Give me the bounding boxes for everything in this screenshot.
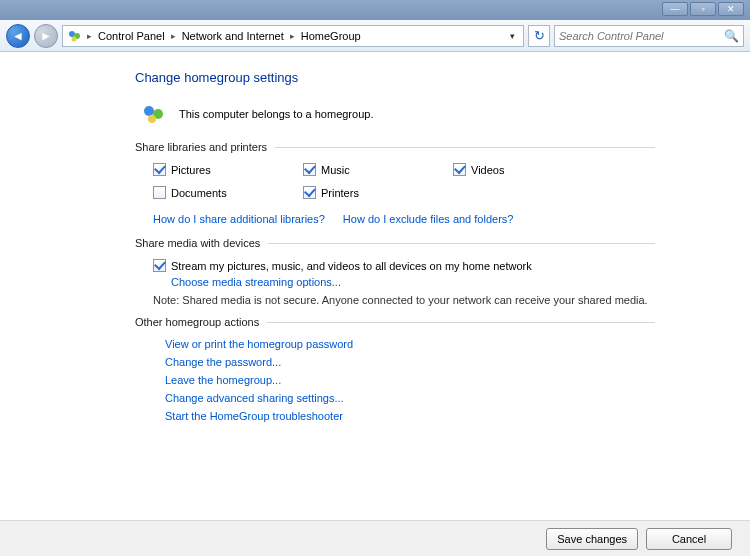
link-advanced-sharing[interactable]: Change advanced sharing settings...	[165, 392, 655, 404]
homegroup-icon	[67, 28, 83, 44]
checkbox-music[interactable]	[303, 163, 316, 176]
breadcrumb-homegroup[interactable]: HomeGroup	[299, 28, 363, 44]
section-label: Share media with devices	[135, 237, 260, 249]
section-share-media: Share media with devices	[135, 237, 655, 249]
homegroup-action-list: View or print the homegroup password Cha…	[165, 338, 655, 422]
save-button[interactable]: Save changes	[546, 528, 638, 550]
section-label: Share libraries and printers	[135, 141, 267, 153]
checkbox-documents[interactable]	[153, 186, 166, 199]
navbar: ◄ ► ▸ Control Panel ▸ Network and Intern…	[0, 20, 750, 52]
breadcrumb-network-internet[interactable]: Network and Internet	[180, 28, 286, 44]
svg-point-5	[148, 115, 156, 123]
refresh-icon: ↻	[534, 28, 545, 43]
minimize-button[interactable]: —	[662, 2, 688, 16]
link-leave-homegroup[interactable]: Leave the homegroup...	[165, 374, 655, 386]
chevron-right-icon: ▸	[288, 31, 297, 41]
refresh-button[interactable]: ↻	[528, 25, 550, 47]
link-media-streaming-options[interactable]: Choose media streaming options...	[171, 276, 341, 288]
checkbox-videos[interactable]	[453, 163, 466, 176]
svg-point-2	[72, 36, 77, 41]
nav-back-button[interactable]: ◄	[6, 24, 30, 48]
chevron-right-icon: ▸	[85, 31, 94, 41]
search-input[interactable]	[559, 30, 724, 42]
divider	[267, 322, 655, 323]
checkbox-label: Pictures	[171, 164, 211, 176]
section-other-actions: Other homegroup actions	[135, 316, 655, 328]
breadcrumb[interactable]: ▸ Control Panel ▸ Network and Internet ▸…	[62, 25, 524, 47]
checkbox-label: Documents	[171, 187, 227, 199]
link-view-password[interactable]: View or print the homegroup password	[165, 338, 655, 350]
link-share-additional-libraries[interactable]: How do I share additional libraries?	[153, 213, 325, 225]
chevron-right-icon: ▸	[169, 31, 178, 41]
divider	[268, 243, 655, 244]
share-checkbox-grid: Pictures Music Videos Documents Printers	[153, 163, 655, 199]
arrow-left-icon: ◄	[12, 29, 24, 43]
content-area: Change homegroup settings This computer …	[0, 52, 750, 520]
svg-point-3	[144, 106, 154, 116]
stream-note: Note: Shared media is not secure. Anyone…	[153, 294, 655, 306]
button-bar: Save changes Cancel	[0, 520, 750, 556]
homegroup-status-icon	[141, 103, 169, 125]
checkbox-printers[interactable]	[303, 186, 316, 199]
checkbox-label: Printers	[321, 187, 359, 199]
checkbox-stream-media[interactable]	[153, 259, 166, 272]
titlebar: — ▫ ✕	[0, 0, 750, 20]
breadcrumb-dropdown[interactable]: ▾	[506, 31, 519, 41]
search-box[interactable]: 🔍	[554, 25, 744, 47]
close-button[interactable]: ✕	[718, 2, 744, 16]
status-text: This computer belongs to a homegroup.	[179, 108, 373, 120]
arrow-right-icon: ►	[40, 29, 52, 43]
link-change-password[interactable]: Change the password...	[165, 356, 655, 368]
status-row: This computer belongs to a homegroup.	[135, 103, 655, 125]
checkbox-pictures[interactable]	[153, 163, 166, 176]
section-share-libraries: Share libraries and printers	[135, 141, 655, 153]
link-troubleshooter[interactable]: Start the HomeGroup troubleshooter	[165, 410, 655, 422]
page-title: Change homegroup settings	[135, 70, 655, 85]
checkbox-label: Stream my pictures, music, and videos to…	[171, 260, 532, 272]
nav-forward-button[interactable]: ►	[34, 24, 58, 48]
window: — ▫ ✕ ◄ ► ▸ Control Panel ▸ Network and …	[0, 0, 750, 556]
checkbox-label: Videos	[471, 164, 504, 176]
breadcrumb-control-panel[interactable]: Control Panel	[96, 28, 167, 44]
checkbox-label: Music	[321, 164, 350, 176]
section-label: Other homegroup actions	[135, 316, 259, 328]
divider	[275, 147, 655, 148]
search-icon: 🔍	[724, 29, 739, 43]
cancel-button[interactable]: Cancel	[646, 528, 732, 550]
link-exclude-files-folders[interactable]: How do I exclude files and folders?	[343, 213, 514, 225]
restore-button[interactable]: ▫	[690, 2, 716, 16]
